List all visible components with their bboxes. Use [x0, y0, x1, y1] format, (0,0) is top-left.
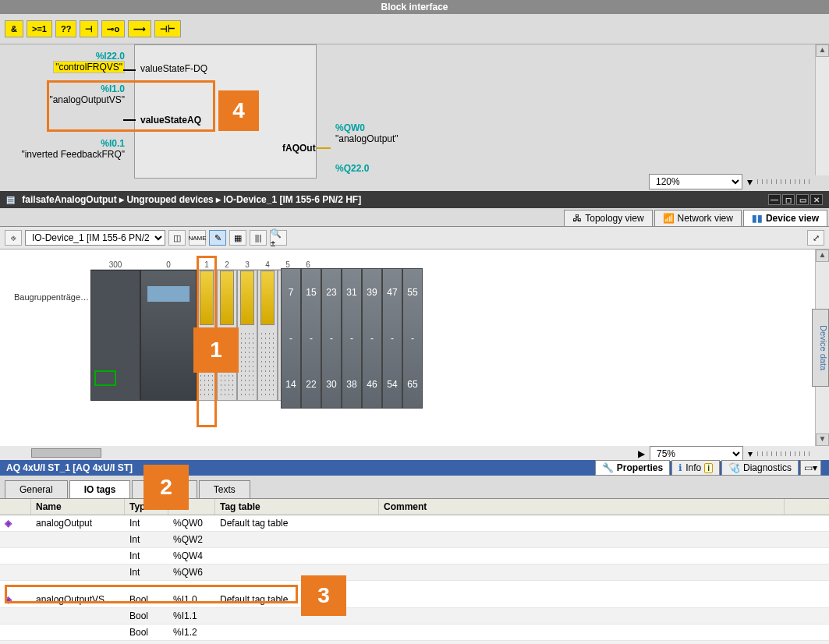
table-row[interactable]: Bool%I1.1: [0, 608, 829, 625]
cell-comment[interactable]: [379, 548, 785, 564]
hdr-tagtable[interactable]: Tag table: [215, 499, 379, 515]
cell-type[interactable]: Bool: [125, 625, 168, 640]
cell-type[interactable]: Int: [125, 532, 168, 547]
cell-tagtable[interactable]: Default tag table: [215, 515, 379, 531]
scroll-right-icon[interactable]: ▶: [638, 448, 645, 459]
zoom-slider-top[interactable]: [757, 179, 812, 184]
tab-network[interactable]: 📶Network view: [654, 210, 742, 226]
grid-icon[interactable]: ▦: [229, 230, 246, 246]
subtab-iotags[interactable]: IO tags: [69, 480, 131, 498]
cell-name[interactable]: [31, 532, 125, 547]
zoom-fit-icon[interactable]: 🔍±: [270, 230, 287, 246]
crumb-mid[interactable]: Ungrouped devices: [126, 194, 213, 205]
crumb-leaf[interactable]: IO-Device_1 [IM 155-6 PN/2 HF]: [223, 194, 361, 205]
cell-comment[interactable]: [379, 515, 785, 531]
cell-tagtable[interactable]: [215, 641, 379, 644]
cell-type[interactable]: Int: [125, 548, 168, 564]
cell-type[interactable]: Int: [125, 515, 168, 531]
cell-address[interactable]: %I1.1: [168, 608, 215, 624]
list-icon[interactable]: |||: [250, 230, 267, 246]
hdr-name[interactable]: Name: [31, 499, 125, 515]
cell-comment[interactable]: [379, 592, 785, 607]
rack-cpu[interactable]: [140, 270, 197, 401]
cell-tagtable[interactable]: [215, 548, 379, 564]
zoom-dropdown-icon[interactable]: ▾: [748, 448, 753, 459]
hdr-comment[interactable]: Comment: [379, 499, 785, 515]
close-button[interactable]: ✕: [810, 194, 823, 205]
ybtn-ge1[interactable]: >=1: [27, 20, 52, 37]
cell-type[interactable]: Bool: [125, 641, 168, 644]
name-icon[interactable]: NAME: [189, 230, 206, 246]
rack-rail[interactable]: [90, 270, 140, 401]
cell-type[interactable]: Int: [125, 564, 168, 580]
zoom-select-top[interactable]: 120%: [649, 174, 742, 189]
scroll-up-icon[interactable]: ▲: [816, 44, 829, 57]
vscroll[interactable]: ▲: [815, 44, 829, 175]
tab-info[interactable]: ℹInfoi: [671, 460, 720, 476]
cell-address[interactable]: %QW4: [168, 548, 215, 564]
cell-tagtable[interactable]: [215, 625, 379, 640]
zoom-slider-device[interactable]: [757, 451, 812, 456]
rack-slot-4[interactable]: [257, 270, 278, 401]
cell-address[interactable]: %QW2: [168, 532, 215, 547]
cell-comment[interactable]: [379, 532, 785, 547]
scroll-down-icon[interactable]: ▼: [816, 433, 829, 446]
hscroll-device[interactable]: ▶ 75% ▾: [0, 446, 829, 460]
collapse-button[interactable]: ▭▾: [800, 460, 821, 476]
table-row[interactable]: Int%QW6: [0, 564, 829, 581]
cell-name[interactable]: [31, 548, 125, 564]
sidebar-tab-device-data[interactable]: Device data: [812, 309, 829, 387]
block-diagram-canvas[interactable]: %I22.0 "controlFRQVS" valueStateF-DQ %I1…: [0, 44, 829, 191]
highlight-icon[interactable]: ✎: [209, 230, 226, 246]
ybtn-no[interactable]: ⊸o: [101, 20, 125, 37]
table-row[interactable]: Bool%I1.2: [0, 625, 829, 641]
cell-comment[interactable]: [379, 564, 785, 580]
cell-name[interactable]: analogOutput: [31, 515, 125, 531]
overview-icon[interactable]: ◫: [168, 230, 186, 246]
cell-type[interactable]: Bool: [125, 608, 168, 624]
zoom-select-device[interactable]: 75%: [650, 446, 743, 462]
ybtn-branch[interactable]: ⊣⊢: [154, 20, 181, 37]
maximize-button[interactable]: ▭: [796, 194, 809, 205]
table-row[interactable]: Bool%I1.3: [0, 641, 829, 644]
cell-comment[interactable]: [379, 625, 785, 640]
tab-properties[interactable]: 🔧Properties: [595, 460, 670, 476]
cell-address[interactable]: %I1.2: [168, 625, 215, 640]
cell-tagtable[interactable]: [215, 608, 379, 624]
crumb-root[interactable]: failsafeAnalogOutput: [22, 194, 116, 205]
tab-diagnostics[interactable]: 🩺Diagnostics: [721, 460, 799, 476]
cell-comment[interactable]: [379, 641, 785, 644]
ybtn-nc[interactable]: ⊣: [80, 20, 98, 37]
subtab-general[interactable]: General: [5, 480, 68, 498]
device-canvas[interactable]: Baugruppenträge… 300 0 1 2 3 4 5 6 7-14 …: [0, 249, 829, 446]
cell-name[interactable]: [31, 641, 125, 644]
ybtn-arrow[interactable]: ⟶: [128, 20, 151, 37]
cell-comment[interactable]: [379, 608, 785, 624]
device-select[interactable]: IO-Device_1 [IM 155-6 PN/2 HF]: [25, 230, 165, 246]
zoom-dropdown-icon[interactable]: ▾: [747, 175, 753, 188]
cell-tagtable[interactable]: [215, 532, 379, 547]
subtab-texts[interactable]: Texts: [199, 480, 250, 498]
restore-button[interactable]: ◻: [782, 194, 795, 205]
tab-device[interactable]: ▮▮Device view: [743, 210, 827, 226]
expand-icon[interactable]: ⤢: [807, 230, 824, 246]
cell-name[interactable]: [31, 608, 125, 624]
minimize-button[interactable]: —: [768, 194, 781, 205]
cell-address[interactable]: %QW0: [168, 515, 215, 531]
table-row[interactable]: Int%QW2: [0, 532, 829, 548]
ybtn-qq[interactable]: ??: [55, 20, 76, 37]
cell-address[interactable]: %I1.3: [168, 641, 215, 644]
table-row[interactable]: Int%QW4: [0, 548, 829, 564]
cell-name[interactable]: [31, 625, 125, 640]
rack-slot-3[interactable]: [237, 270, 257, 401]
cell-name[interactable]: [31, 564, 125, 580]
add-device-icon[interactable]: ⎆: [5, 230, 22, 246]
table-row[interactable]: ◈analogOutputInt%QW0Default tag table: [0, 515, 829, 532]
cell-address[interactable]: %QW6: [168, 564, 215, 580]
scroll-up-icon[interactable]: ▲: [816, 249, 829, 262]
cell-tagtable[interactable]: [215, 564, 379, 580]
tab-topology[interactable]: 🖧Topology view: [564, 210, 652, 226]
scroll-thumb[interactable]: [31, 448, 101, 458]
rail-button[interactable]: [94, 370, 116, 386]
ybtn-and[interactable]: &: [5, 20, 23, 37]
